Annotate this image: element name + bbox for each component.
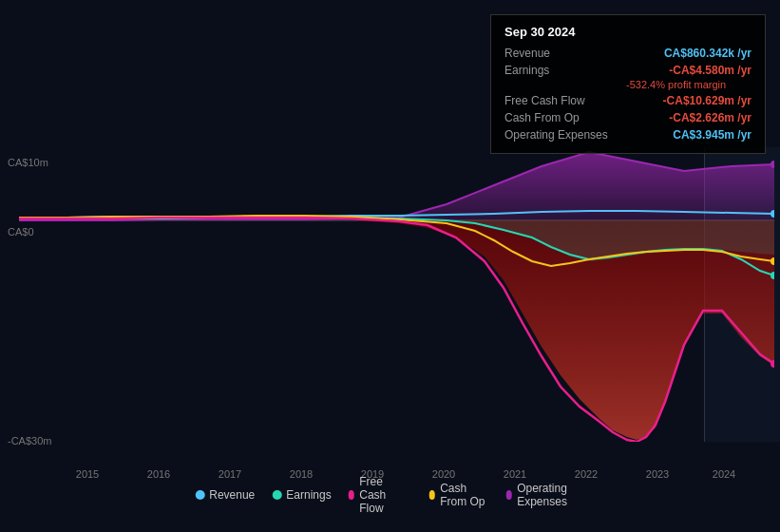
- legend-opex: Operating Expenses: [506, 482, 585, 508]
- legend-revenue: Revenue: [195, 488, 255, 502]
- tooltip-margin-value: -532.4% profit margin: [626, 79, 726, 90]
- chart-container: Sep 30 2024 Revenue CA$860.342k /yr Earn…: [0, 0, 780, 532]
- legend-fcf-label: Free Cash Flow: [359, 475, 411, 515]
- legend-fcf-dot: [349, 490, 355, 500]
- tooltip-fcf-label: Free Cash Flow: [504, 94, 618, 107]
- tooltip-revenue-label: Revenue: [504, 47, 618, 60]
- tooltip-cashop-value: -CA$2.626m /yr: [669, 111, 751, 124]
- x-label-2016: 2016: [147, 468, 170, 480]
- tooltip-box: Sep 30 2024 Revenue CA$860.342k /yr Earn…: [490, 14, 766, 154]
- x-label-2015: 2015: [76, 468, 99, 480]
- tooltip-cashop: Cash From Op -CA$2.626m /yr: [504, 109, 751, 126]
- tooltip-fcf: Free Cash Flow -CA$10.629m /yr: [504, 92, 751, 109]
- tooltip-revenue: Revenue CA$860.342k /yr: [504, 45, 751, 62]
- legend: Revenue Earnings Free Cash Flow Cash Fro…: [195, 475, 585, 515]
- tooltip-opex: Operating Expenses CA$3.945m /yr: [504, 126, 751, 143]
- tooltip-opex-value: CA$3.945m /yr: [673, 128, 751, 142]
- legend-earnings-dot: [272, 490, 281, 500]
- legend-cashop: Cash From Op: [429, 482, 489, 508]
- legend-opex-dot: [506, 490, 513, 500]
- tooltip-date: Sep 30 2024: [504, 25, 751, 39]
- legend-earnings: Earnings: [272, 488, 331, 502]
- tooltip-earnings-margin: -532.4% profit margin: [504, 77, 751, 92]
- tooltip-cashop-label: Cash From Op: [504, 111, 618, 124]
- tooltip-revenue-value: CA$860.342k /yr: [664, 47, 751, 60]
- tooltip-opex-label: Operating Expenses: [504, 128, 618, 142]
- tooltip-earnings-label: Earnings: [504, 64, 618, 77]
- legend-fcf: Free Cash Flow: [349, 475, 412, 515]
- opex-area: [19, 152, 774, 220]
- legend-cashop-label: Cash From Op: [440, 482, 488, 508]
- legend-opex-label: Operating Expenses: [517, 482, 585, 508]
- legend-cashop-dot: [429, 490, 436, 500]
- fcf-area: [352, 220, 774, 440]
- legend-revenue-dot: [195, 490, 204, 500]
- x-label-2024: 2024: [713, 468, 735, 480]
- tooltip-fcf-value: -CA$10.629m /yr: [663, 94, 751, 107]
- x-label-2023: 2023: [646, 468, 669, 480]
- tooltip-earnings-value: -CA$4.580m /yr: [669, 64, 751, 77]
- legend-revenue-label: Revenue: [209, 488, 255, 502]
- legend-earnings-label: Earnings: [286, 488, 331, 502]
- chart-svg: [19, 147, 774, 442]
